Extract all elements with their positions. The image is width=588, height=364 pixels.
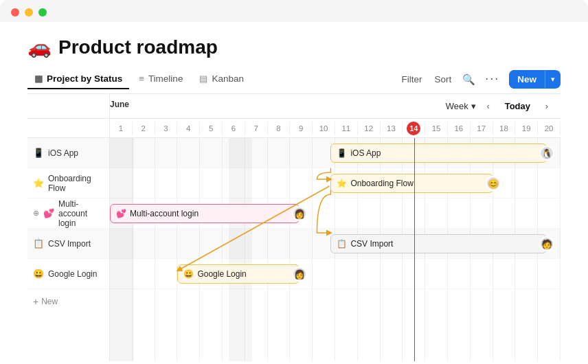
date-cell-1: 1: [110, 122, 133, 135]
new-button[interactable]: New: [509, 70, 545, 89]
gantt-row-csv-import: 📋 CSV Import 🧑: [110, 229, 561, 259]
prev-week-button[interactable]: ‹: [480, 98, 497, 115]
date-left-spacer: [27, 119, 110, 137]
date-cell-8: 8: [268, 122, 291, 135]
bar-ios-app[interactable]: 📱 iOS App 🐧: [330, 144, 547, 163]
row-label-google-login: 😀 Google Login: [27, 259, 109, 289]
gantt-row-ios-app: 📱 iOS App 🐧: [110, 138, 561, 168]
left-panel: 📱 iOS App ⭐ Onboarding Flow ⊕ 💕: [27, 138, 110, 361]
page-emoji: 🚗: [27, 36, 52, 58]
month-label: June: [110, 100, 129, 109]
avatar-onboarding: 😊: [486, 176, 501, 191]
left-spacer: June: [27, 94, 110, 118]
tab-project-status[interactable]: ▦ Project by Status: [27, 69, 129, 89]
kanban-icon: ▤: [199, 73, 207, 84]
gantt-row-multi-account: 💕 Multi-account login 👩: [110, 198, 561, 229]
app-container: 🚗 Product roadmap ▦ Project by Status ≡ …: [0, 22, 588, 361]
bar-onboarding[interactable]: ⭐ Onboarding Flow 😊: [330, 174, 493, 193]
search-button[interactable]: 🔍: [462, 73, 475, 86]
date-cell-11: 11: [335, 122, 358, 135]
date-cell-20: 20: [538, 122, 561, 135]
date-cell-14: 14: [403, 122, 425, 135]
avatar-ios-app: 🐧: [539, 146, 554, 161]
row-label-multi-account: ⊕ 💕 Multi-account login: [27, 198, 109, 229]
tabs: ▦ Project by Status ≡ Timeline ▤ Kanban: [27, 69, 251, 89]
date-cell-18: 18: [493, 122, 516, 135]
date-cell-15: 15: [425, 122, 448, 135]
minimize-button[interactable]: [25, 8, 33, 16]
date-numbers-row: 1234567891011121314151617181920: [27, 119, 561, 138]
week-selector[interactable]: Week ▾: [446, 101, 476, 111]
gantt-row-google-login: 😀 Google Login 👩: [110, 259, 561, 289]
date-cell-9: 9: [290, 122, 313, 135]
date-cell-19: 19: [515, 122, 538, 135]
maximize-button[interactable]: [38, 8, 47, 16]
row-label-ios-app: 📱 iOS App: [27, 138, 109, 168]
date-cell-5: 5: [200, 122, 223, 135]
new-dropdown-button[interactable]: ▾: [545, 71, 561, 88]
table-icon: ▦: [34, 73, 43, 84]
today-button[interactable]: Today: [501, 98, 534, 114]
dates-area: 1234567891011121314151617181920: [110, 122, 561, 135]
week-nav: Week ▾ ‹ Today ›: [446, 98, 561, 115]
page-title: Product roadmap: [58, 36, 218, 58]
date-cell-12: 12: [358, 122, 381, 135]
avatar-google-login: 👩: [292, 266, 307, 282]
close-button[interactable]: [11, 8, 19, 16]
bar-google-login[interactable]: 😀 Google Login 👩: [177, 264, 299, 284]
date-cell-3: 3: [155, 122, 178, 135]
tab-timeline[interactable]: ≡ Timeline: [132, 69, 190, 89]
next-week-button[interactable]: ›: [539, 98, 555, 115]
date-cell-4: 4: [177, 122, 200, 135]
toolbar: ▦ Project by Status ≡ Timeline ▤ Kanban …: [27, 65, 561, 94]
tab-kanban[interactable]: ▤ Kanban: [192, 69, 251, 89]
gantt-container: June Week ▾ ‹ Today › 123456789101112131…: [27, 94, 561, 361]
date-cell-13: 13: [381, 122, 403, 135]
row-label-csv-import: 📋 CSV Import: [27, 229, 109, 259]
new-button-group: New ▾: [509, 70, 561, 89]
date-header: June Week ▾ ‹ Today ›: [27, 94, 561, 119]
add-item-button[interactable]: + New: [27, 289, 109, 314]
row-label-onboarding: ⭐ Onboarding Flow: [27, 168, 109, 198]
week-dropdown-icon: ▾: [471, 101, 476, 111]
toolbar-actions: Filter Sort 🔍 ··· New ▾: [400, 70, 561, 89]
right-panel: 📱 iOS App 🐧 ⭐ Onboarding Flow 😊: [110, 138, 561, 361]
date-cell-7: 7: [245, 122, 268, 135]
date-cell-16: 16: [448, 122, 471, 135]
window-chrome: [0, 0, 588, 22]
more-options-button[interactable]: ···: [485, 72, 499, 84]
avatar-multi-account: 👩: [292, 206, 307, 221]
shaded-col-2: [110, 138, 134, 361]
date-cell-6: 6: [223, 122, 245, 135]
date-cell-2: 2: [133, 122, 155, 135]
sort-button[interactable]: Sort: [433, 71, 453, 87]
avatar-csv-import: 🧑: [539, 236, 554, 251]
bar-multi-account[interactable]: 💕 Multi-account login 👩: [110, 204, 299, 223]
page-header: 🚗 Product roadmap: [27, 22, 561, 65]
bar-csv-import[interactable]: 📋 CSV Import 🧑: [330, 234, 547, 253]
date-cell-17: 17: [471, 122, 493, 135]
expand-icon[interactable]: ⊕: [33, 209, 39, 218]
date-cell-10: 10: [313, 122, 335, 135]
gantt-body: 📱 iOS App ⭐ Onboarding Flow ⊕ 💕: [27, 138, 561, 361]
filter-button[interactable]: Filter: [400, 71, 423, 87]
timeline-icon: ≡: [139, 73, 144, 84]
gantt-row-onboarding: ⭐ Onboarding Flow 😊: [110, 168, 561, 198]
shaded-col-1: [229, 138, 253, 361]
